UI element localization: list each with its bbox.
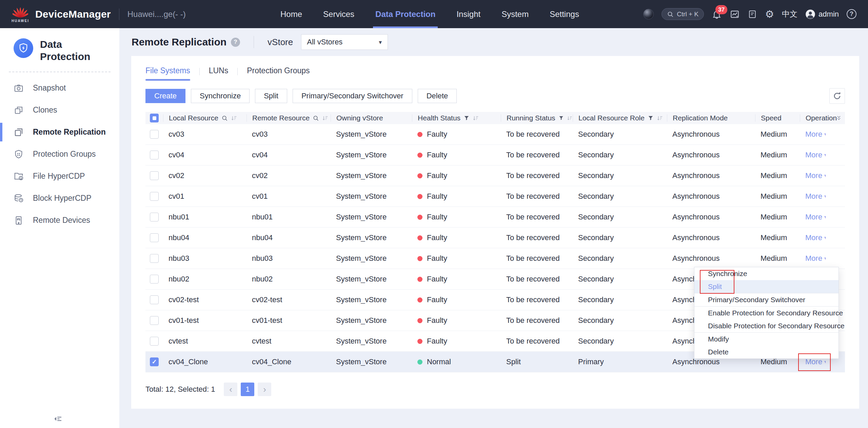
- cell-health-status: Faulty: [412, 151, 501, 159]
- cell-local-resource: cv04_Clone: [163, 357, 246, 366]
- table-row[interactable]: nbu03 nbu03 System_vStore Faulty To be r…: [145, 248, 845, 269]
- help-icon[interactable]: ?: [847, 9, 856, 19]
- sidebar-item-protection-groups[interactable]: Protection Groups: [0, 143, 119, 165]
- menu-item-enable-protection[interactable]: Enable Protection for Secondary Resource: [694, 307, 839, 319]
- table-row[interactable]: cv01 cv01 System_vStore Faulty To be rec…: [145, 186, 845, 207]
- row-checkbox[interactable]: [150, 171, 159, 180]
- gear-icon[interactable]: ⚙: [765, 9, 774, 19]
- tab-protection-groups[interactable]: Protection Groups: [247, 66, 310, 81]
- sidebar-item-snapshot[interactable]: Snapshot: [0, 77, 119, 99]
- row-checkbox[interactable]: [150, 295, 159, 304]
- prev-page-button[interactable]: ‹: [224, 383, 237, 396]
- table-row[interactable]: cv04 cv04 System_vStore Faulty To be rec…: [145, 145, 845, 166]
- health-dot: [417, 339, 422, 344]
- sort-icon[interactable]: [657, 115, 663, 121]
- sidebar-item-clones[interactable]: Clones: [0, 99, 119, 121]
- col-speed: Speed: [761, 114, 782, 122]
- menu-item-switchover[interactable]: Primary/Secondary Switchover: [694, 293, 839, 306]
- health-text: Faulty: [427, 233, 447, 242]
- sidebar-item-file-hypercdp[interactable]: File HyperCDP: [0, 165, 119, 187]
- row-checkbox[interactable]: [150, 254, 159, 263]
- cell-local-resource: nbu01: [163, 213, 246, 221]
- next-page-button[interactable]: ›: [258, 383, 271, 396]
- more-button[interactable]: More▾: [805, 233, 826, 242]
- status-sphere-icon[interactable]: [643, 9, 654, 19]
- more-button[interactable]: More▾: [805, 130, 826, 139]
- sort-icon[interactable]: [231, 115, 237, 121]
- cell-remote-resource: cv04_Clone: [246, 357, 331, 366]
- nav-item-data-protection[interactable]: Data Protection: [365, 0, 446, 28]
- global-search[interactable]: Ctrl + K: [662, 8, 704, 20]
- menu-item-modify[interactable]: Modify: [694, 333, 839, 346]
- vstore-label: vStore: [268, 37, 293, 47]
- delete-button[interactable]: Delete: [418, 89, 457, 103]
- table-row[interactable]: cv03 cv03 System_vStore Faulty To be rec…: [145, 124, 845, 145]
- refresh-button[interactable]: [829, 88, 845, 104]
- nav-item-insight[interactable]: Insight: [446, 0, 491, 28]
- more-button[interactable]: More▾: [805, 151, 826, 159]
- split-button[interactable]: Split: [255, 89, 287, 103]
- cell-local-resource-role: Secondary: [573, 295, 667, 304]
- report-button[interactable]: [748, 9, 757, 19]
- nav-item-system[interactable]: System: [491, 0, 539, 28]
- menu-item-synchronize[interactable]: Synchronize: [694, 267, 839, 280]
- sidebar-item-remote-replication[interactable]: Remote Replication: [0, 121, 119, 143]
- collapse-sidebar-icon[interactable]: [53, 414, 63, 424]
- sort-icon[interactable]: [567, 115, 573, 121]
- tab-luns[interactable]: LUNs: [209, 66, 229, 81]
- cell-health-status: Faulty: [412, 295, 501, 304]
- filter-icon[interactable]: [558, 115, 564, 121]
- synchronize-button[interactable]: Synchronize: [191, 89, 250, 103]
- row-checkbox[interactable]: [150, 275, 159, 284]
- username: admin: [818, 10, 839, 19]
- switchover-button[interactable]: Primary/Secondary Switchover: [293, 89, 412, 103]
- row-checkbox[interactable]: [150, 337, 159, 346]
- cell-remote-resource: nbu04: [246, 233, 331, 242]
- filter-icon[interactable]: [648, 115, 654, 121]
- chevron-down-icon: ▾: [824, 152, 826, 158]
- vstore-select[interactable]: All vStores ▼: [301, 34, 388, 50]
- row-checkbox[interactable]: [150, 213, 159, 221]
- tab-file-systems[interactable]: File Systems: [145, 66, 190, 81]
- table-row[interactable]: nbu04 nbu04 System_vStore Faulty To be r…: [145, 228, 845, 248]
- cell-local-resource-role: Secondary: [573, 233, 667, 242]
- cell-local-resource-role: Primary: [573, 357, 667, 366]
- language-switch[interactable]: 中文: [782, 9, 797, 19]
- sort-icon[interactable]: [473, 115, 479, 121]
- performance-monitor-button[interactable]: [730, 9, 740, 19]
- menu-item-split[interactable]: Split: [694, 280, 839, 293]
- sidebar-item-block-hypercdp[interactable]: Block HyperCDP: [0, 187, 119, 209]
- nav-item-home[interactable]: Home: [270, 0, 313, 28]
- select-all-checkbox[interactable]: [150, 114, 159, 122]
- search-shortcut: Ctrl + K: [677, 11, 698, 18]
- row-checkbox[interactable]: [150, 316, 159, 325]
- row-checkbox[interactable]: [150, 151, 159, 159]
- table-row[interactable]: nbu01 nbu01 System_vStore Faulty To be r…: [145, 207, 845, 228]
- cell-replication-mode: Asynchronous: [667, 192, 755, 201]
- more-button[interactable]: More▾: [805, 213, 826, 221]
- more-button[interactable]: More▾: [805, 254, 826, 263]
- table-row[interactable]: cv02 cv02 System_vStore Faulty To be rec…: [145, 166, 845, 186]
- row-checkbox[interactable]: [150, 130, 159, 139]
- more-button[interactable]: More▾: [805, 171, 826, 180]
- search-icon[interactable]: [313, 115, 319, 121]
- menu-item-delete[interactable]: Delete: [694, 346, 839, 358]
- row-checkbox[interactable]: [150, 357, 159, 366]
- user-menu[interactable]: admin: [805, 9, 839, 19]
- cell-owning-vstore: System_vStore: [331, 151, 412, 159]
- create-button[interactable]: Create: [145, 89, 185, 103]
- notifications-button[interactable]: 37: [712, 9, 722, 19]
- filter-icon[interactable]: [463, 115, 470, 121]
- more-button[interactable]: More▾: [805, 192, 826, 201]
- row-checkbox[interactable]: [150, 192, 159, 201]
- page-number[interactable]: 1: [241, 383, 254, 396]
- search-icon[interactable]: [221, 115, 228, 121]
- sidebar-item-remote-devices[interactable]: Remote Devices: [0, 209, 119, 231]
- column-config-icon[interactable]: [835, 115, 842, 121]
- nav-item-services[interactable]: Services: [313, 0, 365, 28]
- nav-item-settings[interactable]: Settings: [539, 0, 590, 28]
- page-help-icon[interactable]: ?: [231, 38, 240, 47]
- sort-icon[interactable]: [322, 115, 329, 121]
- menu-item-disable-protection[interactable]: Disable Protection for Secondary Resourc…: [694, 319, 839, 332]
- row-checkbox[interactable]: [150, 233, 159, 242]
